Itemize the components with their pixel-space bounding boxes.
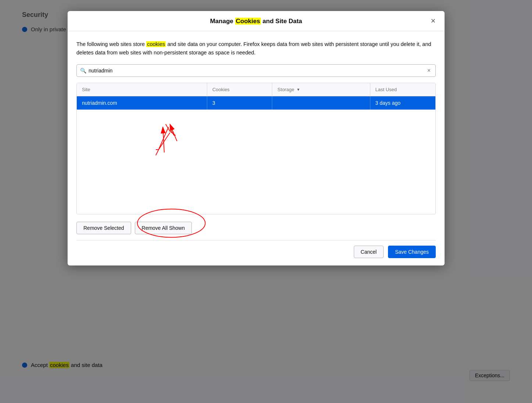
cell-site: nutriadmin.com xyxy=(77,96,207,110)
col-header-last-used: Last Used xyxy=(370,83,435,96)
col-header-cookies-label: Cookies xyxy=(212,87,230,92)
remove-selected-button[interactable]: Remove Selected xyxy=(76,222,131,234)
col-header-storage-label: Storage xyxy=(277,87,294,92)
sort-arrow-icon: ▼ xyxy=(296,88,300,92)
table-body: nutriadmin.com 3 3 days ago xyxy=(77,96,435,214)
cell-last-used: 3 days ago xyxy=(370,96,435,110)
close-button[interactable]: × xyxy=(428,15,439,26)
cell-cookies: 3 xyxy=(207,96,272,110)
cancel-button[interactable]: Cancel xyxy=(354,246,384,258)
search-icon: 🔍 xyxy=(80,68,86,74)
remove-all-shown-button[interactable]: Remove All Shown xyxy=(135,222,192,234)
col-header-storage[interactable]: Storage ▼ xyxy=(272,83,370,96)
cell-storage xyxy=(272,96,370,110)
search-clear-button[interactable]: × xyxy=(425,67,433,75)
save-changes-button[interactable]: Save Changes xyxy=(388,246,436,258)
search-container: 🔍 × xyxy=(76,64,436,77)
dialog-wrapper: Manage Cookies and Site Data × The follo… xyxy=(68,11,464,265)
dialog-body: The following web sites store cookies an… xyxy=(68,31,445,265)
col-header-cookies: Cookies xyxy=(207,83,272,96)
dialog-title: Manage Cookies and Site Data xyxy=(210,18,302,25)
cookies-highlight-desc: cookies xyxy=(146,41,166,47)
dialog-header: Manage Cookies and Site Data × xyxy=(68,11,445,31)
data-table: Site Cookies Storage ▼ Last Used xyxy=(76,83,436,214)
title-pre: Manage xyxy=(210,18,235,25)
col-header-site: Site xyxy=(77,83,207,96)
table-header: Site Cookies Storage ▼ Last Used xyxy=(77,83,435,96)
manage-cookies-dialog: Manage Cookies and Site Data × The follo… xyxy=(68,11,445,265)
modal-overlay: Manage Cookies and Site Data × The follo… xyxy=(0,0,532,403)
col-header-last-used-label: Last Used xyxy=(375,87,397,92)
dialog-footer-top: Remove Selected Remove All Shown xyxy=(76,222,436,234)
col-header-site-label: Site xyxy=(82,87,90,92)
dialog-footer-bottom: Cancel Save Changes xyxy=(76,240,436,258)
title-highlight: Cookies xyxy=(235,18,261,25)
table-row[interactable]: nutriadmin.com 3 3 days ago xyxy=(77,96,435,110)
search-input[interactable] xyxy=(76,64,436,77)
title-post: and Site Data xyxy=(261,18,302,25)
dialog-description: The following web sites store cookies an… xyxy=(76,40,436,57)
